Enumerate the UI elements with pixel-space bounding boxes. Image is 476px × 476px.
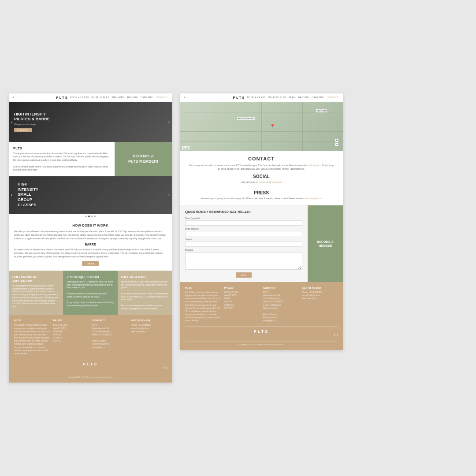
right-nav-pricing[interactable]: PRICING <box>298 96 309 99</box>
form-label-email: Email (required) <box>185 228 302 230</box>
right-nav-book[interactable]: BOOK A CLASS <box>247 96 265 99</box>
dot-2[interactable] <box>88 216 90 217</box>
nav-what[interactable]: WHAT IS PLTS <box>91 96 109 99</box>
right-instagram-icon[interactable]: i <box>187 96 187 99</box>
left-footer: PLTS Our full body reformer pilates work… <box>9 315 172 383</box>
hero-section: ‹ HIGH INTENSITYPILATES & BARRE Get your… <box>9 102 172 142</box>
nav-contact[interactable]: CONTACT <box>156 96 167 99</box>
map-label-amsterdam: AMSTERDAM WEG <box>237 117 255 120</box>
contact-social-press-section: CONTACT Want to get in touch with us and… <box>180 151 343 205</box>
form-textarea-message[interactable] <box>185 252 302 270</box>
footer-pages-title: PAGES <box>53 319 89 322</box>
feature-hollywood-title: HOLLYWOOD INAMSTERDAM <box>12 275 60 283</box>
facebook-social-link[interactable]: Facebook <box>259 181 268 183</box>
footer-plts-title: PLTS <box>14 319 50 322</box>
dot-1[interactable] <box>85 216 87 217</box>
hero-title: HIGH INTENSITYPILATES & BARRE <box>14 112 50 122</box>
map-line-v1 <box>221 102 221 151</box>
nav-book[interactable]: BOOK A CLASS <box>70 96 89 99</box>
map-section: AMSTERDAM WEG CENTRUM 📍 Google + − <box>180 102 343 151</box>
map-zoom-in[interactable]: + <box>335 139 338 142</box>
hero-read-more-btn[interactable]: Read More... <box>14 128 32 132</box>
contact-button[interactable]: Contact <box>82 261 98 266</box>
footer-contact-title: CONTACT <box>92 319 128 322</box>
footer-col-contact: CONTACT PLTSBilderdijkstraat 136,1053 LA… <box>92 319 128 355</box>
hero-content: HIGH INTENSITYPILATES & BARRE Get your a… <box>9 108 55 137</box>
social-title: SOCIAL <box>189 174 334 179</box>
map-pin: 📍 <box>270 124 275 129</box>
nav-pricing[interactable]: PRICING <box>127 96 138 99</box>
form-input-subject[interactable] <box>185 242 302 247</box>
footer-touch-title: GET IN TOUCH <box>131 319 167 322</box>
nav-links: BOOK A CLASS WHAT IS PLTS TRAINERS PRICI… <box>70 96 167 99</box>
carousel-prev[interactable]: ‹ <box>11 193 12 197</box>
dot-3[interactable] <box>91 216 93 217</box>
feature-free: FREE AS A BIRD We would like you to find… <box>118 271 172 315</box>
facebook-icon[interactable]: f <box>13 96 14 99</box>
about-text: PLTS The Angels workout is now available… <box>9 142 115 176</box>
form-input-email[interactable] <box>185 231 302 236</box>
right-footer-pages-title: PAGES <box>224 286 260 289</box>
map-zoom-controls: + − <box>335 139 338 146</box>
right-footer-col-pages: PAGES BOOK A CLASSWhat IS PLTSTEAMPRICIN… <box>224 286 260 323</box>
footer-touch-text: Phone: +31302386373e-mail: hello@plts.nl… <box>131 324 167 333</box>
form-container: QUESTIONS / REMARKS? SAY HELLO! Name (re… <box>180 205 308 282</box>
footer-col-touch: GET IN TOUCH Phone: +31302386373e-mail: … <box>131 319 167 355</box>
instagram-social-link[interactable]: Instagram <box>271 181 281 183</box>
footer-plts-text: Our full body reformer pilates workout e… <box>14 324 50 355</box>
form-input-name[interactable] <box>185 220 302 226</box>
about-cta-text: BECOME APLTS MEMBER! <box>128 154 158 164</box>
right-page: f i PLTS BOOK A CLASS WHAT IS PLTS TEAM … <box>180 93 343 350</box>
how-description: We offer you two different but complemen… <box>14 230 167 240</box>
right-nav-team[interactable]: TEAM <box>289 96 296 99</box>
nav-social-top: f i <box>13 96 16 99</box>
right-footer-contact-text: PLTSBilderdijkstraat 1361053 LA Amsterda… <box>263 291 299 323</box>
right-nav-links: BOOK A CLASS WHAT IS PLTS TEAM PRICING C… <box>247 96 338 99</box>
feature-hollywood: HOLLYWOOD INAMSTERDAM Our amazing Hollyw… <box>9 271 63 315</box>
nav-careers[interactable]: CAREERS <box>141 96 153 99</box>
right-footer-pages-text: BOOK A CLASSWhat IS PLTSTEAMPRICINGCAREE… <box>224 291 260 310</box>
about-title: PLTS <box>13 146 110 150</box>
footer-grid: PLTS Our full body reformer pilates work… <box>14 319 167 355</box>
map-zoom-out[interactable]: − <box>335 143 338 146</box>
hero-prev-arrow[interactable]: ‹ <box>11 119 12 124</box>
footer-instagram-icon[interactable]: i <box>166 366 167 369</box>
right-footer-copyright: Copyright 2016 PLTS | Design and develop… <box>185 341 338 346</box>
dot-4[interactable] <box>94 216 96 217</box>
right-footer-col-plts: PLTS Our full body reformer pilates work… <box>185 286 221 323</box>
become-member-button[interactable]: BECOME AMEMBER <box>308 205 343 282</box>
about-section: PLTS The Angels workout is now available… <box>9 142 172 176</box>
right-nav-careers[interactable]: CAREERS <box>312 96 324 99</box>
right-footer-col-touch: GET IN TOUCH Phone: +31302386373e-mail: … <box>302 286 338 323</box>
right-footer-contact-title: CONTACT <box>263 286 299 289</box>
right-footer-touch-title: GET IN TOUCH <box>302 286 338 289</box>
press-email-link[interactable]: renee@plts.nl <box>308 197 322 200</box>
left-page: f i PLTS BOOK A CLASS WHAT IS PLTS TRAIN… <box>9 93 172 383</box>
about-cta[interactable]: BECOME APLTS MEMBER! <box>115 142 172 176</box>
map-line-v3 <box>302 102 303 151</box>
form-submit-button[interactable]: Send <box>236 272 252 278</box>
footer-col-pages: PAGES BOOK A CLASSWhat IS PLTSTRAINERSPR… <box>53 319 89 355</box>
page-wrapper: f i PLTS BOOK A CLASS WHAT IS PLTS TRAIN… <box>9 93 467 383</box>
nav-trainers[interactable]: TRAINERS <box>112 96 124 99</box>
carousel-next[interactable]: › <box>168 193 170 197</box>
how-title: HOW DOES IT WORK <box>14 223 167 227</box>
footer-facebook-icon[interactable]: f <box>163 366 164 369</box>
footer-pages-text: BOOK A CLASSWhat IS PLTSTRAINERSPRICINGC… <box>53 324 89 342</box>
right-footer-instagram-icon[interactable]: i <box>337 334 338 337</box>
press-title: PRESS <box>189 190 334 195</box>
form-section: QUESTIONS / REMARKS? SAY HELLO! Name (re… <box>180 205 343 282</box>
right-facebook-icon[interactable]: f <box>184 96 185 99</box>
contact-main-title: CONTACT <box>189 156 334 161</box>
hero-next-arrow[interactable]: › <box>168 119 170 124</box>
contact-email-link[interactable]: hello@plts.nl <box>309 164 321 167</box>
footer-logo-bar: PLTS f i <box>14 359 167 372</box>
right-nav-what[interactable]: WHAT IS PLTS <box>268 96 286 99</box>
right-footer-facebook-icon[interactable]: f <box>334 334 335 337</box>
right-footer-touch-text: Phone: +31302386373e-mail: hello@plts.nl… <box>302 291 338 301</box>
right-nav-contact[interactable]: CONTACT <box>327 96 338 99</box>
right-nav-social-top: f i <box>184 96 187 99</box>
instagram-icon[interactable]: i <box>16 96 16 99</box>
barre-title: BARRE <box>14 243 167 246</box>
form-group-message: Message <box>185 249 302 270</box>
